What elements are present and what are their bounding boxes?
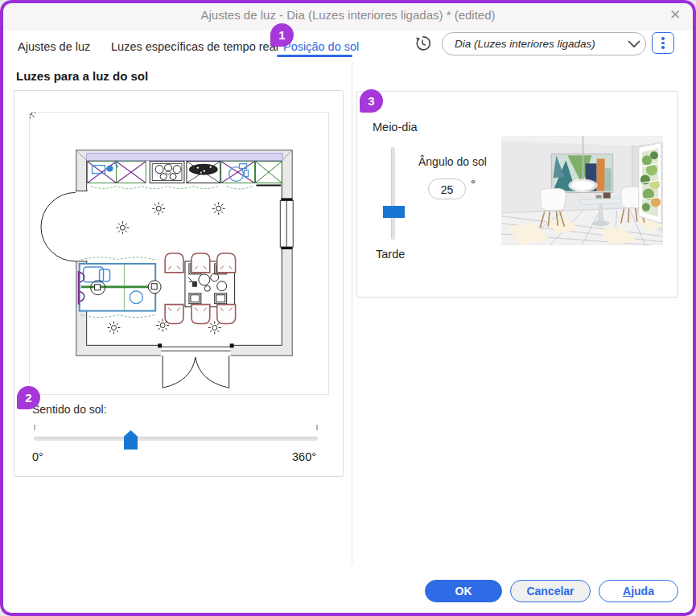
sun-angle-slider-handle[interactable] xyxy=(383,206,405,218)
noon-label: Meio-dia xyxy=(373,121,418,133)
tab-ajustes-de-luz[interactable]: Ajustes de luz xyxy=(18,36,90,57)
help-button[interactable]: Ajuda xyxy=(599,580,678,602)
kebab-dot xyxy=(661,46,665,49)
help-label-rest: juda xyxy=(631,585,654,598)
cancel-button[interactable]: Cancelar xyxy=(510,580,591,602)
help-label-mnemonic: A xyxy=(623,585,631,598)
light-settings-dialog: Ajustes de luz - Dia (Luzes interiores l… xyxy=(0,0,696,616)
slider-tick-end xyxy=(316,425,318,430)
active-tab-underline xyxy=(277,55,352,57)
kebab-dot xyxy=(661,37,665,40)
tab-luzes-especificas[interactable]: Luzes específicas de tempo real xyxy=(111,36,278,57)
sun-angle-slider-track[interactable] xyxy=(391,147,395,240)
floor-plan-preview xyxy=(29,112,329,395)
sunlight-section-heading: Luzes para a luz do sol xyxy=(16,69,148,83)
more-options-button[interactable] xyxy=(652,32,674,54)
kebab-dot xyxy=(661,42,665,45)
lighting-preset-value: Dia (Luzes interiores ligadas) xyxy=(443,38,623,50)
sun-direction-label: Sentido do sol: xyxy=(32,403,107,416)
sun-direction-min: 0° xyxy=(32,450,43,463)
sun-angle-unit: ° xyxy=(471,177,476,191)
slider-tick-start xyxy=(34,425,35,430)
annotation-step-2: 2 xyxy=(17,386,40,409)
sun-direction-slider-track[interactable] xyxy=(34,437,318,441)
evening-label: Tarde xyxy=(376,248,405,261)
annotation-step-1: 1 xyxy=(270,23,294,47)
sun-angle-input[interactable]: 25 xyxy=(428,179,466,199)
sun-angle-label: Ângulo do sol xyxy=(418,155,487,168)
room-render-preview xyxy=(501,136,663,245)
close-icon[interactable]: ✕ xyxy=(665,5,686,26)
dialog-title: Ajustes de luz - Dia (Luzes interiores l… xyxy=(0,8,696,22)
history-clock-icon[interactable] xyxy=(414,35,431,52)
ok-button[interactable]: OK xyxy=(425,580,502,602)
chevron-down-icon xyxy=(623,38,645,51)
annotation-step-3: 3 xyxy=(360,89,383,113)
panel-divider xyxy=(352,63,352,565)
sun-direction-max: 360° xyxy=(292,450,316,463)
lighting-preset-dropdown[interactable]: Dia (Luzes interiores ligadas) xyxy=(442,32,646,55)
